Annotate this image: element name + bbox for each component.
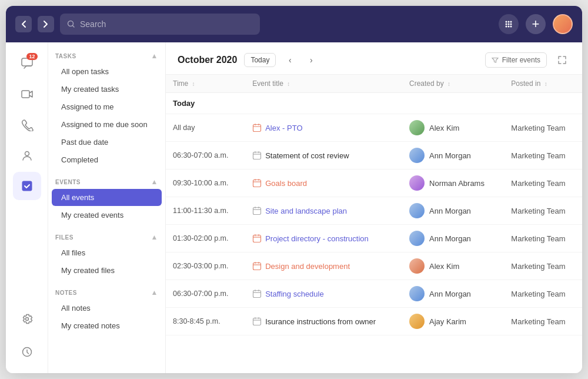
creator-name: Ajay Karim xyxy=(429,317,466,326)
svg-rect-13 xyxy=(22,181,32,191)
tasks-collapse-icon[interactable]: ▲ xyxy=(151,52,158,60)
event-posted: Marketing Team xyxy=(504,142,582,169)
today-label: Today xyxy=(166,93,582,114)
event-creator: Ann Morgan xyxy=(402,225,504,252)
col-time: Time ↕ xyxy=(166,75,245,93)
creator-name: Ann Morgan xyxy=(429,290,471,298)
svg-point-8 xyxy=(508,26,510,28)
sidebar-item-completed[interactable]: Completed xyxy=(52,151,162,168)
svg-rect-17 xyxy=(253,152,261,159)
event-creator: Ann Morgan xyxy=(402,142,504,169)
top-navigation: Search + xyxy=(6,6,582,42)
sidebar-item-my-created-events[interactable]: My created events xyxy=(52,207,162,224)
creator-name: Ann Morgan xyxy=(429,151,471,160)
notes-section-label: NOTES xyxy=(55,290,77,296)
event-posted: Marketing Team xyxy=(504,280,582,308)
event-title-cell: Isurance instructions from owner xyxy=(245,308,402,335)
event-link[interactable]: Staffing schedule xyxy=(265,290,324,298)
svg-point-1 xyxy=(506,21,507,23)
sidebar-item-all-notes[interactable]: All notes xyxy=(52,300,162,317)
chat-badge: 12 xyxy=(26,53,37,60)
sidebar-item-my-created-files[interactable]: My created files xyxy=(52,262,162,279)
create-button[interactable]: + xyxy=(526,14,546,34)
table-row: 06:30-07:00 a.m. Statement of cost revie… xyxy=(166,142,582,169)
sidebar-item-past-due[interactable]: Past due date xyxy=(52,134,162,151)
rail-chat[interactable]: 12 xyxy=(13,49,41,78)
event-title-cell: Staffing schedule xyxy=(245,280,402,308)
rail-people[interactable] xyxy=(13,141,41,169)
event-title-cell: Alex - PTO xyxy=(245,114,402,142)
rail-settings[interactable] xyxy=(13,305,41,333)
back-button[interactable] xyxy=(15,16,32,32)
avatar[interactable] xyxy=(553,14,573,34)
sidebar-item-assigned-due[interactable]: Assigned to me due soon xyxy=(52,116,162,133)
search-bar[interactable]: Search xyxy=(60,14,260,35)
creator-avatar xyxy=(409,286,425,301)
filter-events-input[interactable]: Filter events xyxy=(485,52,547,68)
svg-rect-11 xyxy=(22,91,29,98)
events-collapse-icon[interactable]: ▲ xyxy=(151,178,158,186)
sidebar-item-all-open[interactable]: All open tasks xyxy=(52,63,162,80)
created-sort-icon[interactable]: ↕ xyxy=(447,81,450,87)
content-header: October 2020 Today ‹ › Filter events xyxy=(166,42,582,75)
rail-preferences[interactable] xyxy=(13,338,41,366)
sidebar-item-all-events[interactable]: All events xyxy=(52,189,162,206)
creator-name: Alex Kim xyxy=(429,124,459,132)
sidebar-item-assigned[interactable]: Assigned to me xyxy=(52,98,162,115)
filter-icon xyxy=(492,56,499,64)
notes-section-header: NOTES ▲ xyxy=(48,284,165,299)
sidebar-item-my-created-tasks[interactable]: My created tasks xyxy=(52,81,162,98)
filter-placeholder: Filter events xyxy=(502,56,540,64)
sidebar-item-my-created-notes[interactable]: My created notes xyxy=(52,317,162,334)
event-creator: Norman Abrams xyxy=(402,169,504,197)
event-creator: Ann Morgan xyxy=(402,280,504,308)
event-title-cell: Project directory - construction xyxy=(245,225,402,252)
nav-right-actions: + xyxy=(499,14,573,34)
event-title-cell: Site and landscape plan xyxy=(245,197,402,225)
events-section-label: EVENTS xyxy=(55,179,81,185)
event-posted: Marketing Team xyxy=(504,114,582,142)
table-row: 11:00-11:30 a.m. Site and landscape plan… xyxy=(166,197,582,225)
table-row: 8:30-8:45 p.m. Isurance instructions fro… xyxy=(166,308,582,335)
event-link[interactable]: Project directory - construction xyxy=(265,234,369,243)
event-creator: Alex Kim xyxy=(402,114,504,142)
next-month-button[interactable]: › xyxy=(304,53,318,67)
sidebar-item-all-files[interactable]: All files xyxy=(52,244,162,261)
time-sort-icon[interactable]: ↕ xyxy=(192,81,195,87)
today-button[interactable]: Today xyxy=(244,53,276,67)
event-link[interactable]: Alex - PTO xyxy=(265,124,302,132)
event-plain: Isurance instructions from owner xyxy=(265,317,376,326)
posted-sort-icon[interactable]: ↕ xyxy=(544,81,547,87)
table-row: 09:30-10:00 a.m. Goals board Norman Abra… xyxy=(166,169,582,197)
event-link[interactable]: Site and landscape plan xyxy=(265,207,347,215)
creator-name: Ann Morgan xyxy=(429,207,471,215)
event-sort-icon[interactable]: ↕ xyxy=(287,81,290,87)
events-section-header: EVENTS ▲ xyxy=(48,173,165,188)
svg-rect-19 xyxy=(253,208,261,215)
event-link[interactable]: Goals board xyxy=(265,179,307,188)
prev-month-button[interactable]: ‹ xyxy=(283,53,297,67)
event-link[interactable]: Design and development xyxy=(265,262,350,271)
svg-point-5 xyxy=(508,24,510,25)
svg-rect-18 xyxy=(253,180,261,187)
files-collapse-icon[interactable]: ▲ xyxy=(151,233,158,241)
expand-button[interactable] xyxy=(554,52,570,68)
rail-phone[interactable] xyxy=(13,111,41,139)
event-time: 01:30-02:00 p.m. xyxy=(166,225,245,252)
grid-menu-button[interactable] xyxy=(499,14,519,34)
search-placeholder: Search xyxy=(80,19,106,29)
files-section-header: FILES ▲ xyxy=(48,228,165,244)
event-posted: Marketing Team xyxy=(504,197,582,225)
rail-video[interactable] xyxy=(13,80,41,108)
creator-avatar xyxy=(409,231,425,246)
rail-tasks[interactable] xyxy=(13,172,41,200)
content-area: October 2020 Today ‹ › Filter events xyxy=(166,42,582,373)
forward-button[interactable] xyxy=(38,16,54,32)
svg-point-7 xyxy=(506,26,507,28)
calendar-icon xyxy=(252,261,262,271)
col-created-by: Created by ↕ xyxy=(402,75,504,93)
calendar-icon xyxy=(252,234,262,243)
event-time: All day xyxy=(166,114,245,142)
notes-collapse-icon[interactable]: ▲ xyxy=(151,288,158,297)
events-table: Time ↕ Event title ↕ Created by ↕ xyxy=(166,75,582,335)
